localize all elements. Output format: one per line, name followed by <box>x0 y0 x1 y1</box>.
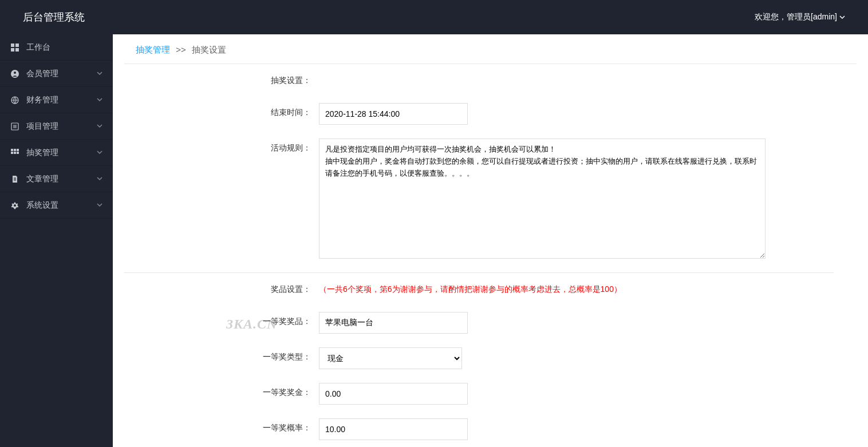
user-menu[interactable]: 欢迎您，管理员[admin] <box>755 12 845 22</box>
chevron-down-icon <box>97 122 102 130</box>
chevron-down-icon <box>839 13 845 22</box>
svg-rect-12 <box>14 149 16 151</box>
user-circle-icon <box>10 69 19 78</box>
prize1-prob-label: 一等奖概率： <box>124 418 319 433</box>
rules-textarea[interactable] <box>319 139 766 259</box>
prize1-prob-input[interactable] <box>319 418 468 440</box>
svg-rect-15 <box>14 152 16 154</box>
sidebar-item-finance[interactable]: 财务管理 <box>0 87 113 113</box>
end-time-label: 结束时间： <box>124 103 319 118</box>
dashboard-icon <box>10 43 19 52</box>
prize1-name-label: 一等奖奖品： <box>124 312 319 327</box>
app-title: 后台管理系统 <box>23 10 85 24</box>
svg-rect-0 <box>11 43 14 47</box>
svg-rect-3 <box>15 48 19 52</box>
sidebar-item-articles[interactable]: 文章管理 <box>0 166 113 192</box>
prize-hint: （一共6个奖项，第6为谢谢参与，请酌情把谢谢参与的概率考虑进去，总概率是100） <box>319 284 622 295</box>
svg-rect-13 <box>17 149 19 151</box>
chevron-down-icon <box>97 96 102 104</box>
grid-icon <box>10 148 19 157</box>
list-icon <box>10 122 19 131</box>
sidebar-item-label: 工作台 <box>26 42 50 53</box>
breadcrumb-separator: >> <box>176 45 186 54</box>
svg-rect-1 <box>15 43 19 47</box>
prize1-name-input[interactable] <box>319 312 468 334</box>
prize1-amount-label: 一等奖奖金： <box>124 383 319 398</box>
sidebar-item-label: 会员管理 <box>26 69 58 79</box>
breadcrumb: 抽奖管理 >> 抽奖设置 <box>124 34 857 64</box>
svg-rect-11 <box>11 149 13 151</box>
sidebar-item-members[interactable]: 会员管理 <box>0 61 113 87</box>
prize1-type-select[interactable]: 现金 <box>319 347 462 369</box>
chevron-down-icon <box>97 70 102 78</box>
globe-icon <box>10 96 19 105</box>
svg-rect-2 <box>11 48 14 52</box>
breadcrumb-current: 抽奖设置 <box>192 45 226 54</box>
chevron-down-icon <box>97 149 102 157</box>
svg-rect-14 <box>11 152 13 154</box>
chevron-down-icon <box>97 201 102 209</box>
prize1-type-label: 一等奖类型： <box>124 347 319 362</box>
top-header: 后台管理系统 欢迎您，管理员[admin] <box>0 0 868 34</box>
svg-point-5 <box>14 72 16 74</box>
chevron-down-icon <box>97 175 102 183</box>
sidebar-item-settings[interactable]: 系统设置 <box>0 192 113 219</box>
main-content: 抽奖管理 >> 抽奖设置 抽奖设置： 结束时间： 活动规则： 奖品设置： （一共… <box>113 34 868 447</box>
section-label-lottery: 抽奖设置： <box>124 76 319 86</box>
sidebar-item-label: 抽奖管理 <box>26 148 58 158</box>
prize1-amount-input[interactable] <box>319 383 468 405</box>
gear-icon <box>10 201 19 210</box>
rules-label: 活动规则： <box>124 139 319 153</box>
end-time-input[interactable] <box>319 103 468 125</box>
svg-rect-16 <box>17 152 19 154</box>
sidebar-item-dashboard[interactable]: 工作台 <box>0 34 113 61</box>
sidebar-item-lottery[interactable]: 抽奖管理 <box>0 140 113 166</box>
divider <box>124 272 834 273</box>
sidebar-item-label: 财务管理 <box>26 95 58 105</box>
document-icon <box>10 175 19 184</box>
sidebar-item-label: 文章管理 <box>26 174 58 184</box>
sidebar: 工作台 会员管理 财务管理 <box>0 34 113 447</box>
sidebar-item-projects[interactable]: 项目管理 <box>0 113 113 140</box>
sidebar-item-label: 系统设置 <box>26 200 58 211</box>
breadcrumb-link[interactable]: 抽奖管理 <box>136 45 170 54</box>
sidebar-item-label: 项目管理 <box>26 121 58 132</box>
svg-point-20 <box>14 204 16 207</box>
form-area: 抽奖设置： 结束时间： 活动规则： 奖品设置： （一共6个奖项，第6为谢谢参与，… <box>113 64 868 447</box>
section-label-prize: 奖品设置： <box>124 284 319 295</box>
welcome-text: 欢迎您，管理员[admin] <box>755 12 837 22</box>
